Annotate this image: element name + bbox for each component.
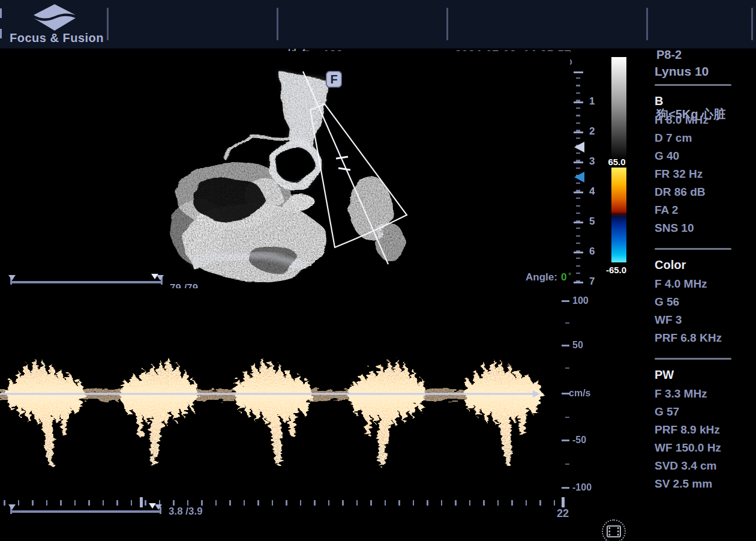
depth-label: 5 — [589, 216, 601, 228]
b-param: FA 2 — [655, 201, 733, 219]
velocity-tick — [562, 487, 569, 489]
velocity-tick — [562, 440, 569, 441]
b-param: FR 32 Hz — [655, 165, 733, 183]
pw-param: SV 2.5 mm — [655, 475, 733, 493]
depth-label: 7 — [589, 276, 601, 288]
header-divider — [107, 8, 109, 40]
edge-tick — [0, 29, 2, 38]
focus-badge: F — [326, 71, 342, 88]
color-param: PRF 6.8 KHz — [655, 329, 733, 347]
image-preset-name: Lynus 10 — [655, 61, 733, 82]
b-param: D 7 cm — [655, 129, 733, 147]
time-marker-tick — [140, 497, 143, 507]
film-icon — [607, 525, 621, 537]
pw-cine-counter: 3.8 /3.9 — [169, 506, 203, 518]
time-label: 22 — [557, 507, 569, 520]
angle-label: Angle: — [526, 271, 557, 283]
color-param: F 4.0 MHz — [655, 275, 733, 293]
time-current-tick — [562, 497, 565, 507]
velocity-tick-minor — [565, 367, 569, 369]
brand-logo-icon — [33, 4, 76, 34]
b-cine-marker-start[interactable] — [8, 275, 16, 280]
section-title-pw: PW — [655, 364, 733, 385]
depth-label: 1 — [589, 95, 601, 107]
pw-cine-marker-end[interactable] — [155, 504, 162, 510]
b-param: H 8.0 MHz — [655, 111, 733, 129]
section-title-b: B — [655, 91, 733, 111]
velocity-label: 50 — [572, 340, 583, 351]
parameter-panel: Lynus 10 B H 8.0 MHz D 7 cm G 40 FR 32 H… — [655, 61, 733, 493]
gray-max-label: 65.0 — [603, 157, 631, 167]
header-divider — [446, 8, 448, 40]
color-min-label: -65.0 — [600, 265, 632, 275]
b-param: G 40 — [655, 147, 733, 165]
color-scale-bar — [611, 168, 626, 262]
angle-readout: Angle:0° — [526, 271, 571, 283]
cine-clip-button[interactable] — [602, 519, 626, 541]
b-cine-progress-bar[interactable] — [11, 281, 162, 283]
panel-divider — [655, 84, 731, 86]
b-mode-image — [0, 51, 570, 288]
panel-divider — [655, 358, 731, 360]
b-cine-marker-end[interactable] — [157, 275, 164, 280]
pw-cine-marker-start[interactable] — [8, 504, 16, 510]
panel-divider — [655, 248, 731, 250]
ultrasound-screen: Focus & Fusion 姓名：123 性别： 2024-07-02 14:… — [0, 0, 756, 541]
velocity-tick-minor — [565, 322, 569, 324]
b-param: SNS 10 — [655, 219, 733, 237]
section-title-color: Color — [655, 255, 733, 275]
angle-unit: ° — [566, 271, 571, 280]
velocity-tick — [562, 345, 569, 346]
color-param: G 56 — [655, 293, 733, 311]
header-divider — [646, 8, 648, 40]
pw-param: G 57 — [655, 403, 733, 421]
velocity-tick-minor — [565, 417, 569, 418]
velocity-label: 100 — [572, 295, 589, 306]
brand-text: Focus & Fusion — [10, 31, 104, 45]
pw-cine-progress-bar[interactable] — [11, 510, 161, 513]
pw-param: PRF 8.9 kHz — [655, 421, 733, 439]
pw-param: SVD 3.4 cm — [655, 457, 733, 475]
angle-value: 0 — [557, 271, 566, 283]
top-bar: Focus & Fusion 姓名：123 性别： 2024-07-02 14:… — [0, 0, 756, 49]
grayscale-bar — [611, 57, 626, 160]
b-param: DR 86 dB — [655, 183, 733, 201]
pw-spectrum — [0, 288, 570, 507]
focus-position-marker[interactable] — [574, 142, 584, 153]
depth-label: 6 — [589, 246, 601, 258]
velocity-label: -50 — [572, 435, 586, 446]
depth-label: 4 — [589, 186, 601, 198]
velocity-unit-label: cm/s — [569, 388, 590, 399]
velocity-tick-minor — [565, 464, 569, 465]
velocity-label: -100 — [572, 482, 592, 493]
header-divider — [277, 8, 278, 40]
color-param: WF 3 — [655, 311, 733, 329]
depth-label: 3 — [589, 156, 601, 168]
pw-param: WF 150.0 Hz — [655, 439, 733, 457]
time-ruler — [4, 500, 556, 506]
edge-tick — [0, 8, 2, 18]
pw-param: F 3.3 MHz — [655, 385, 733, 403]
header-divider — [751, 8, 753, 40]
velocity-tick — [562, 300, 569, 302]
depth-label: 2 — [589, 125, 601, 138]
gate-depth-marker[interactable] — [574, 172, 584, 183]
